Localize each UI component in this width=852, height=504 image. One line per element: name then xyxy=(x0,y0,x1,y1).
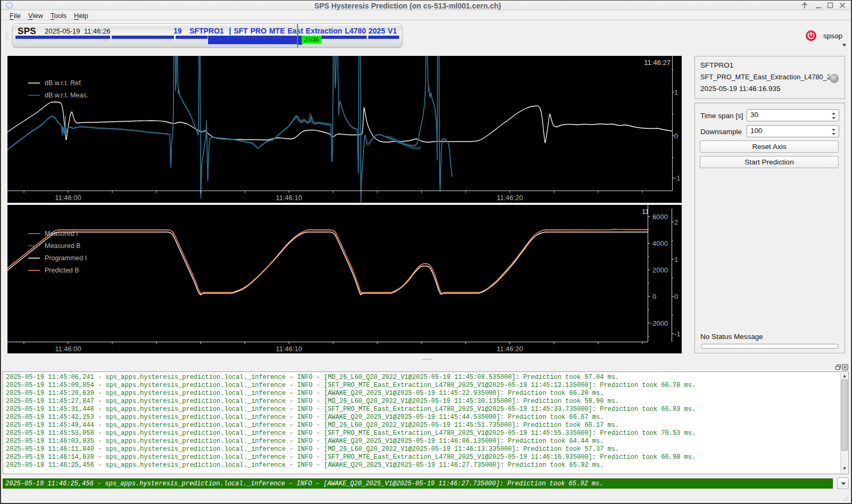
svg-text:0: 0 xyxy=(674,132,678,140)
svg-text:-1: -1 xyxy=(674,174,681,182)
svg-text:1: 1 xyxy=(674,88,678,96)
svg-text:6000: 6000 xyxy=(652,213,668,221)
svg-text:Predicted B: Predicted B xyxy=(45,267,79,274)
svg-text:11:46:00: 11:46:00 xyxy=(55,345,81,353)
svg-text:Programmed I: Programmed I xyxy=(45,254,87,262)
svg-text:4000: 4000 xyxy=(652,239,668,247)
svg-text:-1: -1 xyxy=(674,330,681,338)
svg-text:11:46:20: 11:46:20 xyxy=(497,345,523,353)
svg-text:11:46:20: 11:46:20 xyxy=(497,194,523,202)
svg-text:2: 2 xyxy=(674,218,678,226)
svg-text:Measured I: Measured I xyxy=(45,230,78,237)
svg-text:1: 1 xyxy=(674,255,678,263)
svg-text:2000: 2000 xyxy=(652,266,668,274)
svg-text:-2000: -2000 xyxy=(650,319,668,327)
svg-text:dB w.r.t. Meas.: dB w.r.t. Meas. xyxy=(45,92,88,99)
svg-text:0: 0 xyxy=(674,293,678,301)
svg-text:Measured B: Measured B xyxy=(45,242,80,250)
svg-text:11:46:10: 11:46:10 xyxy=(276,345,302,353)
svg-text:11:46:27: 11:46:27 xyxy=(644,59,671,67)
svg-text:dB w.r.t. Ref.: dB w.r.t. Ref. xyxy=(45,79,82,87)
svg-text:11:46:10: 11:46:10 xyxy=(276,194,302,202)
svg-text:0: 0 xyxy=(652,293,656,301)
svg-text:11:46:00: 11:46:00 xyxy=(55,194,81,202)
